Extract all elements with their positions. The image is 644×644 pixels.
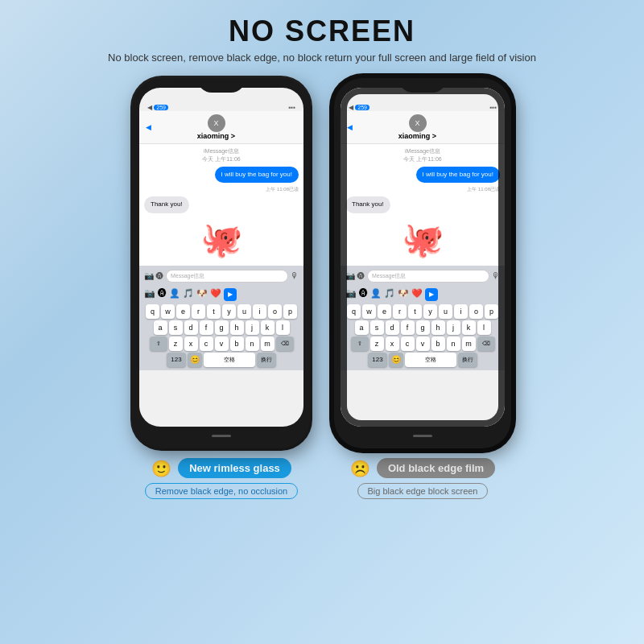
left-key-confirm[interactable]: 换行 [257, 353, 276, 367]
left-app-icon[interactable]: 🅐 [156, 272, 163, 280]
left-key-e[interactable]: e [176, 304, 190, 319]
left-key-w[interactable]: w [161, 304, 175, 319]
left-emoji-app[interactable]: 🅐 [158, 288, 167, 301]
right-key-num[interactable]: 123 [368, 353, 387, 367]
left-key-o[interactable]: o [268, 304, 282, 319]
left-key-shift[interactable]: ⇧ [150, 336, 167, 351]
right-notch [398, 78, 447, 93]
right-audio-icon[interactable]: 🎙 [492, 271, 500, 280]
left-audio-icon[interactable]: 🎙 [291, 271, 299, 280]
right-key-c[interactable]: c [401, 336, 415, 351]
left-contact-name: xiaoming > [197, 132, 235, 140]
right-key-space[interactable]: 空格 [405, 353, 456, 367]
new-smiley-icon: 🙂 [151, 459, 171, 478]
right-key-d[interactable]: d [386, 320, 399, 335]
right-key-m[interactable]: m [462, 336, 476, 351]
right-key-b[interactable]: b [431, 336, 445, 351]
left-emoji-dog[interactable]: 🐶 [196, 288, 208, 301]
left-key-n[interactable]: n [246, 336, 259, 351]
left-key-v[interactable]: v [215, 336, 229, 351]
left-key-p[interactable]: p [283, 304, 297, 319]
right-camera-icon[interactable]: 📷 [345, 271, 355, 280]
right-key-s[interactable]: s [370, 320, 384, 335]
left-emoji-photos[interactable]: 📷 [144, 288, 155, 301]
right-key-i[interactable]: i [454, 304, 468, 319]
right-app-icon[interactable]: 🅐 [357, 272, 365, 280]
left-key-t[interactable]: t [207, 304, 221, 319]
right-key-x[interactable]: x [386, 336, 399, 351]
left-input-field[interactable]: Message信息 [166, 270, 288, 283]
left-key-f[interactable]: f [200, 320, 213, 335]
right-key-e[interactable]: e [378, 304, 391, 319]
left-key-k[interactable]: k [261, 320, 275, 335]
right-key-f[interactable]: f [401, 320, 415, 335]
right-key-p[interactable]: p [485, 304, 498, 319]
left-key-r[interactable]: r [192, 304, 205, 319]
right-chat-header: ◀ X xiaoming > [341, 111, 505, 144]
left-emoji-music[interactable]: 🎵 [183, 288, 194, 301]
left-key-s[interactable]: s [169, 320, 183, 335]
left-key-u[interactable]: u [237, 304, 251, 319]
right-key-u[interactable]: u [439, 304, 452, 319]
right-emoji-face[interactable]: 👤 [370, 288, 382, 301]
left-emoji-face[interactable]: 👤 [169, 288, 180, 301]
right-key-emoji[interactable]: 😊 [389, 353, 403, 367]
right-key-confirm[interactable]: 换行 [458, 353, 477, 367]
right-emoji-heart[interactable]: ❤️ [411, 288, 423, 301]
right-kb-bottom: 123 😊 空格 换行 [343, 353, 502, 367]
left-key-b[interactable]: b [230, 336, 244, 351]
right-key-h[interactable]: h [431, 320, 445, 335]
left-emoji-heart[interactable]: ❤️ [210, 288, 221, 301]
left-key-x[interactable]: x [184, 336, 198, 351]
right-key-y[interactable]: y [423, 304, 437, 319]
left-keyboard[interactable]: 📷 🅐 Message信息 🎙 📷 🅐 👤 🎵 🐶 ❤️ [139, 266, 303, 370]
right-emoji-dog[interactable]: 🐶 [398, 288, 409, 301]
right-emoji-music[interactable]: 🎵 [384, 288, 395, 301]
left-key-del[interactable]: ⌫ [276, 336, 294, 351]
right-msg-received: Thank you! [345, 196, 390, 213]
right-key-k[interactable]: k [462, 320, 476, 335]
right-emoji-movie[interactable]: ▶ [425, 288, 438, 301]
right-key-o[interactable]: o [469, 304, 483, 319]
right-key-z[interactable]: z [370, 336, 384, 351]
right-badge: 259 [355, 105, 369, 110]
left-key-d[interactable]: d [184, 320, 198, 335]
right-key-t[interactable]: t [408, 304, 422, 319]
left-key-c[interactable]: c [200, 336, 213, 351]
left-key-i[interactable]: i [253, 304, 266, 319]
right-key-l[interactable]: l [477, 320, 491, 335]
left-key-j[interactable]: j [246, 320, 259, 335]
right-key-q[interactable]: q [347, 304, 361, 319]
right-input-bar: 📷 🅐 Message信息 🎙 [343, 268, 502, 284]
right-key-del[interactable]: ⌫ [477, 336, 495, 351]
right-input-field[interactable]: Message信息 [367, 270, 489, 283]
right-key-n[interactable]: n [447, 336, 460, 351]
right-key-shift[interactable]: ⇧ [351, 336, 369, 351]
left-emoji-movie[interactable]: ▶ [224, 288, 237, 301]
left-key-emoji[interactable]: 😊 [188, 353, 202, 367]
left-key-h[interactable]: h [230, 320, 244, 335]
left-key-a[interactable]: a [154, 320, 167, 335]
left-key-g[interactable]: g [215, 320, 229, 335]
left-avatar: X [208, 114, 225, 132]
right-key-w[interactable]: w [362, 304, 376, 319]
right-key-a[interactable]: a [355, 320, 369, 335]
left-key-q[interactable]: q [146, 304, 159, 319]
right-emoji-bar: 📷 🅐 👤 🎵 🐶 ❤️ ▶ [343, 287, 502, 303]
right-key-j[interactable]: j [447, 320, 460, 335]
right-emoji-photos[interactable]: 📷 [345, 288, 357, 301]
left-key-num[interactable]: 123 [167, 353, 186, 367]
left-back-btn[interactable]: ◀ [146, 123, 151, 131]
right-key-g[interactable]: g [416, 320, 430, 335]
left-key-m[interactable]: m [261, 336, 275, 351]
right-key-v[interactable]: v [416, 336, 430, 351]
left-camera-icon[interactable]: 📷 [144, 271, 154, 280]
right-emoji-app[interactable]: 🅐 [359, 288, 368, 301]
right-key-r[interactable]: r [393, 304, 407, 319]
right-keyboard[interactable]: 📷 🅐 Message信息 🎙 📷 🅐 👤 🎵 🐶 ❤️ [341, 266, 505, 370]
right-back-btn[interactable]: ◀ [347, 123, 353, 131]
left-key-z[interactable]: z [169, 336, 183, 351]
left-key-space[interactable]: 空格 [204, 353, 255, 367]
left-key-y[interactable]: y [222, 304, 236, 319]
left-key-l[interactable]: l [276, 320, 290, 335]
